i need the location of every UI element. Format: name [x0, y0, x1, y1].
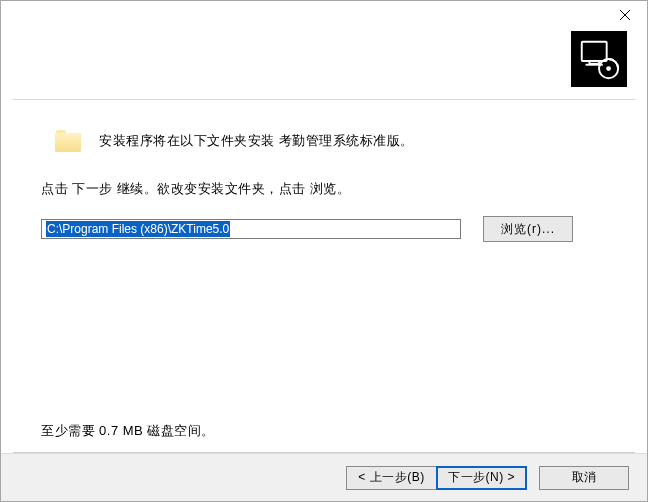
- intro-text: 安装程序将在以下文件夹安装 考勤管理系统标准版。: [99, 132, 414, 150]
- next-button[interactable]: 下一步(N) >: [436, 466, 527, 490]
- titlebar: [1, 1, 647, 31]
- cancel-button[interactable]: 取消: [539, 466, 629, 490]
- footer-area: < 上一步(B) 下一步(N) > 取消: [1, 453, 647, 501]
- svg-rect-2: [582, 42, 607, 61]
- instruction-text: 点击 下一步 继续。欲改变安装文件夹，点击 浏览。: [41, 180, 617, 198]
- destination-row: C:\Program Files (x86)\ZKTime5.0 浏览(r)..…: [41, 216, 617, 242]
- destination-folder-input[interactable]: C:\Program Files (x86)\ZKTime5.0: [41, 219, 461, 239]
- destination-folder-value: C:\Program Files (x86)\ZKTime5.0: [46, 221, 230, 237]
- svg-rect-3: [589, 61, 599, 64]
- installer-window: 安装程序将在以下文件夹安装 考勤管理系统标准版。 点击 下一步 继续。欲改变安装…: [0, 0, 648, 502]
- browse-button[interactable]: 浏览(r)...: [483, 216, 573, 242]
- computer-disc-icon: [576, 36, 622, 82]
- disk-space-text: 至少需要 0.7 MB 磁盘空间。: [41, 422, 215, 440]
- back-button[interactable]: < 上一步(B): [346, 466, 436, 490]
- installer-logo: [571, 31, 627, 87]
- nav-button-group: < 上一步(B) 下一步(N) >: [346, 466, 527, 490]
- content-area: 安装程序将在以下文件夹安装 考勤管理系统标准版。 点击 下一步 继续。欲改变安装…: [1, 100, 647, 452]
- svg-point-6: [606, 66, 611, 71]
- folder-icon: [55, 130, 81, 152]
- header-area: [1, 31, 647, 89]
- intro-row: 安装程序将在以下文件夹安装 考勤管理系统标准版。: [55, 130, 617, 152]
- close-button[interactable]: [602, 1, 647, 29]
- close-icon: [620, 10, 630, 20]
